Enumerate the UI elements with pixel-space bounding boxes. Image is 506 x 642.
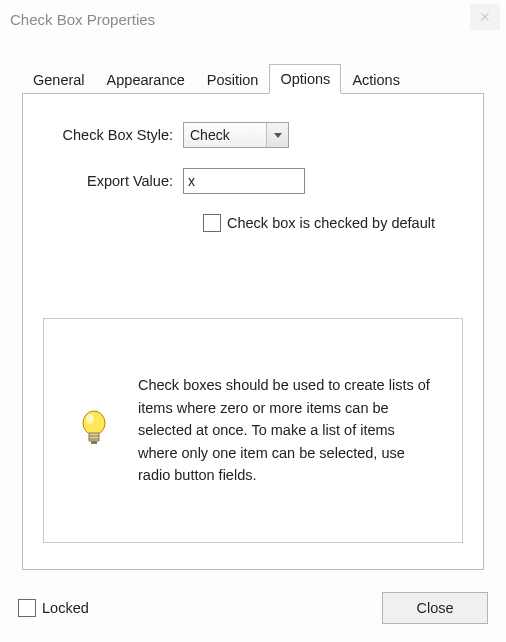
- title-bar: Check Box Properties ✕: [0, 0, 506, 38]
- export-value-input[interactable]: [183, 168, 305, 194]
- locked-checkbox[interactable]: [18, 599, 36, 617]
- footer: Locked Close: [18, 590, 488, 626]
- row-export-value: Export Value:: [43, 168, 463, 194]
- footer-left: Locked: [18, 599, 89, 617]
- default-checked-checkbox[interactable]: [203, 214, 221, 232]
- checkbox-style-select[interactable]: Check: [183, 122, 289, 148]
- svg-rect-4: [91, 441, 97, 444]
- tip-box: Check boxes should be used to create lis…: [43, 318, 463, 543]
- tab-actions-label: Actions: [352, 72, 400, 88]
- tab-general[interactable]: General: [22, 65, 96, 94]
- tab-actions[interactable]: Actions: [341, 65, 411, 94]
- lightbulb-icon: [72, 409, 116, 453]
- dialog-body: General Appearance Position Options Acti…: [0, 38, 506, 642]
- select-dropdown-button[interactable]: [266, 123, 288, 147]
- form-area: Check Box Style: Check Export Value: Che…: [23, 94, 483, 252]
- tab-options[interactable]: Options: [269, 64, 341, 94]
- svg-point-1: [86, 414, 94, 424]
- default-checked-label: Check box is checked by default: [227, 215, 435, 231]
- close-button-label: Close: [416, 600, 453, 616]
- tab-appearance-label: Appearance: [107, 72, 185, 88]
- chevron-down-icon: [274, 133, 282, 138]
- tab-position[interactable]: Position: [196, 65, 270, 94]
- label-export-value: Export Value:: [43, 173, 183, 189]
- window-close-button[interactable]: ✕: [470, 4, 500, 30]
- row-default-checked: Check box is checked by default: [203, 214, 463, 232]
- tab-position-label: Position: [207, 72, 259, 88]
- row-checkbox-style: Check Box Style: Check: [43, 122, 463, 148]
- tab-general-label: General: [33, 72, 85, 88]
- label-checkbox-style: Check Box Style:: [43, 127, 183, 143]
- tab-appearance[interactable]: Appearance: [96, 65, 196, 94]
- tip-text: Check boxes should be used to create lis…: [138, 374, 434, 486]
- tab-options-label: Options: [280, 71, 330, 87]
- svg-point-0: [83, 411, 105, 435]
- tab-strip: General Appearance Position Options Acti…: [22, 64, 484, 94]
- window-title: Check Box Properties: [10, 11, 155, 28]
- tab-panel-options: Check Box Style: Check Export Value: Che…: [22, 93, 484, 570]
- locked-label: Locked: [42, 600, 89, 616]
- close-button[interactable]: Close: [382, 592, 488, 624]
- close-icon: ✕: [479, 9, 491, 25]
- checkbox-style-value: Check: [184, 127, 266, 143]
